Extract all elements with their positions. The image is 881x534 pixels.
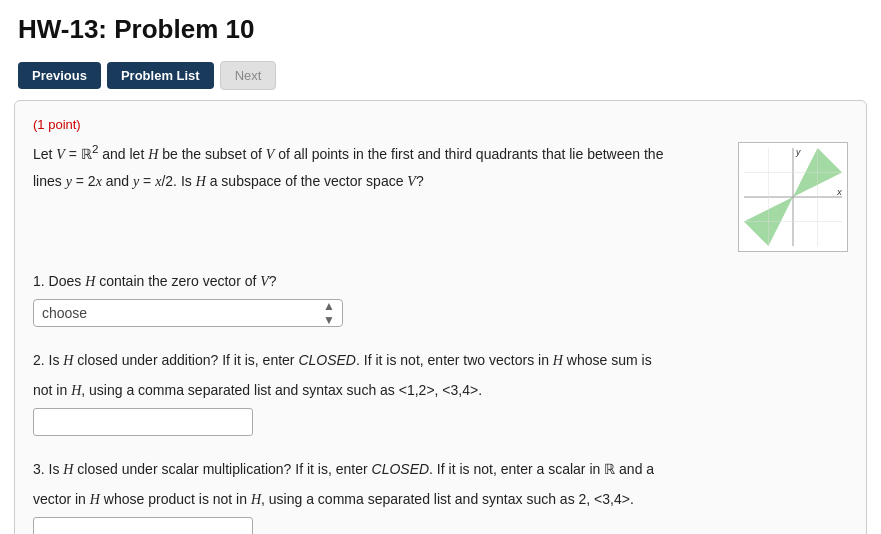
questions: 1. Does H contain the zero vector of V? … <box>33 270 848 534</box>
svg-text:x: x <box>836 187 842 197</box>
toolbar: Previous Problem List Next <box>0 55 881 100</box>
question-2-text: 2. Is H closed under addition? If it is,… <box>33 349 848 372</box>
problem-container: (1 point) Let V = ℝ2 and let H be the su… <box>14 100 867 534</box>
description-line1: Let V = ℝ2 and let H be the subset of V … <box>33 140 722 166</box>
question-3-text: 3. Is H closed under scalar multiplicati… <box>33 458 848 481</box>
svg-text:y: y <box>795 147 801 157</box>
question-3-input[interactable] <box>33 517 253 534</box>
question-3: 3. Is H closed under scalar multiplicati… <box>33 458 848 534</box>
question-2-text2: not in H, using a comma separated list a… <box>33 379 848 402</box>
problem-list-button[interactable]: Problem List <box>107 62 214 89</box>
question-2-input[interactable] <box>33 408 253 436</box>
problem-description: Let V = ℝ2 and let H be the subset of V … <box>33 140 722 197</box>
question-2: 2. Is H closed under addition? If it is,… <box>33 349 848 436</box>
problem-body: Let V = ℝ2 and let H be the subset of V … <box>33 140 848 252</box>
points-label: (1 point) <box>33 117 848 132</box>
next-button: Next <box>220 61 277 90</box>
previous-button[interactable]: Previous <box>18 62 101 89</box>
question-1-text: 1. Does H contain the zero vector of V? <box>33 270 848 293</box>
page-title: HW-13: Problem 10 <box>0 0 881 55</box>
description-line2: lines y = 2x and y = x/2. Is H a subspac… <box>33 170 722 193</box>
question-1: 1. Does H contain the zero vector of V? … <box>33 270 848 327</box>
question-1-select[interactable]: choose yes no <box>33 299 343 327</box>
diagram: y x <box>738 142 848 252</box>
question-3-text2: vector in H whose product is not in H, u… <box>33 488 848 511</box>
question-1-select-wrapper: choose yes no ▲▼ <box>33 299 343 327</box>
